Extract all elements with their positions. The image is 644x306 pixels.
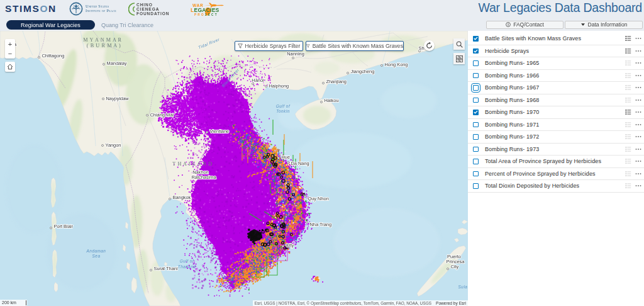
data-information-button[interactable]: Data Information — [565, 21, 643, 29]
zoom-out-button[interactable]: − — [5, 49, 15, 59]
layer-row: Battle Sites with Known Mass Graves — [468, 33, 644, 45]
map-label-city: Vientiane — [210, 128, 230, 134]
chino-cienega-icon — [128, 2, 135, 16]
war-legacies-dashboard: STIMSON United States Institute of Peace — [0, 0, 644, 306]
layer-checkbox[interactable] — [473, 48, 479, 54]
city-dot — [50, 227, 52, 229]
layer-checkbox[interactable] — [473, 171, 479, 177]
map-label-city: Zhanjiang — [326, 79, 347, 84]
layer-label: Bombing Runs- 1966 — [485, 72, 539, 79]
legend-icon[interactable] — [625, 82, 631, 93]
layer-label: Bombing Runs- 1968 — [485, 97, 539, 103]
layer-row: Bombing Runs- 1965 — [468, 57, 644, 70]
layer-label: Bombing Runs- 1965 — [485, 60, 539, 66]
home-icon — [7, 64, 13, 70]
layer-checkbox[interactable] — [473, 73, 479, 79]
layer-options-button[interactable] — [635, 106, 641, 118]
layer-options-button[interactable] — [635, 131, 641, 142]
map-label-country: T H A I L A N D — [172, 161, 212, 167]
map-label-city: Surat Thani — [154, 266, 178, 271]
basemap-gallery-icon — [456, 55, 463, 62]
layer-checkbox[interactable] — [473, 183, 479, 189]
map-label-city: Bangkok — [173, 195, 191, 200]
layer-row: Bombing Runs- 1973 — [468, 144, 644, 156]
battle-sites-filter-button[interactable]: Battle Sites with Known Mass Graves — [306, 41, 404, 51]
layer-label: Herbicide Sprays — [485, 48, 529, 54]
layer-label: Total Area of Province Sprayed by Herbic… — [485, 158, 601, 164]
layer-options-button[interactable] — [635, 144, 641, 155]
layer-options-button[interactable] — [635, 119, 641, 130]
layer-options-button[interactable] — [635, 33, 641, 44]
layer-label: Bombing Runs- 1973 — [485, 146, 539, 152]
chino-cienega-text: CHINO CIENEGA FOUNDATION — [136, 3, 169, 16]
map-label-city: Haiphong — [269, 83, 289, 89]
wlp-legacies-text: LEGACIES — [191, 7, 219, 13]
layer-checkbox[interactable] — [473, 60, 479, 66]
legend-icon[interactable] — [625, 70, 631, 81]
stimson-logo: STIMSON — [5, 3, 57, 14]
layer-options-button[interactable] — [635, 57, 641, 69]
layer-checkbox[interactable] — [473, 159, 479, 164]
legend-icon[interactable] — [625, 57, 631, 69]
layer-list: Battle Sites with Known Mass GravesHerbi… — [468, 31, 644, 193]
tab-quang-tri-clearance[interactable]: Quang Tri Clearance — [101, 20, 153, 30]
faq-contact-button[interactable]: FAQ/Contact — [486, 21, 564, 29]
layer-options-button[interactable] — [635, 180, 641, 191]
legend-icon[interactable] — [625, 156, 631, 167]
layer-checkbox[interactable] — [473, 134, 479, 140]
map-label-country: M Y A N M A R — [83, 37, 121, 43]
search-icon — [456, 41, 463, 48]
city-dot — [103, 98, 104, 100]
layer-row: Bombing Runs- 1972 — [468, 131, 644, 144]
layer-options-button[interactable] — [635, 94, 641, 106]
layer-label: Percent of Province Sprayed by Herbicide… — [485, 171, 596, 177]
legend-icon[interactable] — [625, 131, 631, 142]
map-label-water: Thailand — [178, 264, 196, 269]
layer-options-button[interactable] — [635, 45, 641, 57]
layer-checkbox[interactable] — [473, 98, 479, 103]
legend-icon[interactable] — [625, 94, 631, 106]
compass-reset-button[interactable] — [424, 40, 435, 51]
city-dot — [282, 246, 284, 247]
wlp-project-text: PROJECT — [194, 13, 218, 16]
legend-icon[interactable] — [625, 106, 631, 118]
city-dot — [38, 57, 40, 59]
legend-icon[interactable] — [625, 33, 631, 44]
basemap-gallery-button[interactable] — [453, 53, 465, 64]
map-label-water: Tonkin — [276, 109, 290, 113]
legend-icon[interactable] — [625, 45, 631, 57]
layer-checkbox[interactable] — [473, 85, 479, 91]
map-label-water: Andaman — [86, 249, 106, 253]
map-label-city: Da Nang — [291, 161, 309, 166]
map-label-city: Port Blair — [54, 224, 74, 229]
data-information-label: Data Information — [588, 21, 628, 28]
layer-options-button[interactable] — [635, 82, 641, 93]
layer-label: Battle Sites with Known Mass Graves — [485, 35, 581, 42]
legend-icon[interactable] — [625, 144, 631, 155]
layer-row: Total Area of Province Sprayed by Herbic… — [468, 156, 644, 168]
map[interactable]: C A M B O D I A M Y A N M A R( B U R M A… — [0, 31, 468, 306]
layer-options-button[interactable] — [635, 168, 641, 179]
home-button[interactable] — [5, 62, 15, 72]
search-button[interactable] — [453, 38, 465, 50]
city-dot — [381, 65, 383, 67]
legend-icon[interactable] — [625, 180, 631, 191]
page-title: War Legacies Data Dashboard — [478, 1, 642, 15]
layer-checkbox[interactable] — [473, 122, 479, 128]
powered-by-esri: Powered by Esri — [436, 301, 466, 305]
map-label-water: Gulf of — [180, 259, 194, 263]
usip-logo: United States Institute of Peace — [69, 2, 116, 16]
layer-checkbox[interactable] — [473, 110, 479, 115]
layer-checkbox[interactable] — [473, 147, 479, 152]
map-label-city: Jiangcheng — [351, 69, 375, 74]
attribution-bar: Esri, USGS | NOSTRA, Esri, © OpenStreetM… — [253, 300, 468, 306]
tab-regional-war-legacies[interactable]: Regional War Legacies — [6, 20, 95, 30]
legend-icon[interactable] — [625, 168, 631, 179]
legend-icon[interactable] — [625, 119, 631, 130]
layer-options-button[interactable] — [635, 156, 641, 167]
layer-options-button[interactable] — [635, 70, 641, 81]
caret-down-icon — [580, 23, 586, 26]
layer-checkbox[interactable] — [473, 36, 479, 42]
herbicide-sprays-filter-button[interactable]: Herbicide Sprays Filter — [235, 41, 303, 51]
zoom-in-button[interactable]: + — [5, 39, 15, 49]
